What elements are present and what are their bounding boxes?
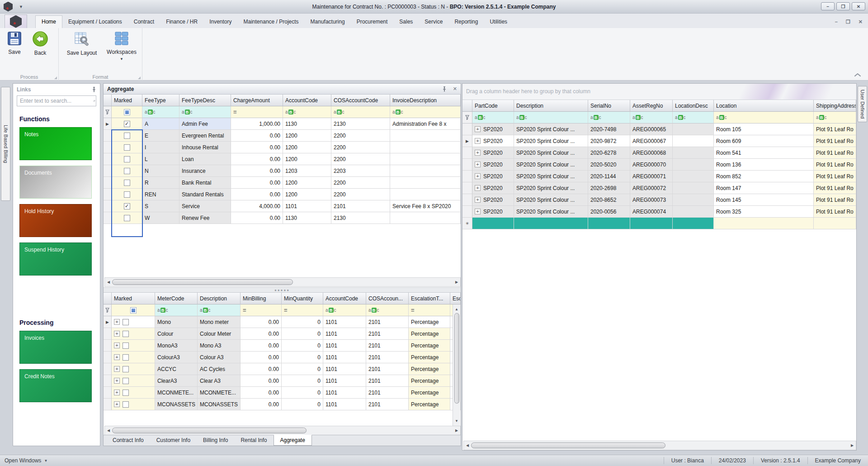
cosaccountcode-cell[interactable]: 2101 xyxy=(366,316,409,328)
application-menu-button[interactable] xyxy=(5,14,27,28)
expand-icon[interactable]: + xyxy=(114,331,120,337)
partcode-cell[interactable]: +SP2020 xyxy=(472,171,514,182)
tab-aggregate[interactable]: Aggregate xyxy=(274,435,312,446)
filter-cell[interactable]: aBc xyxy=(179,106,231,118)
group-dialog-launcher-icon[interactable] xyxy=(138,76,141,79)
shippingaddress-cell[interactable]: Plot 91 Leaf Ro xyxy=(814,147,856,159)
feetypedesc-cell[interactable]: Standard Rentals xyxy=(179,189,231,200)
ribbon-tab-maintenance---projects[interactable]: Maintenance / Projects xyxy=(238,16,305,28)
chargeamount-cell[interactable]: 0.00 xyxy=(231,212,283,224)
meter-row[interactable]: +ClearA3Clear A30.00011012101Percentage xyxy=(104,375,461,387)
location-cell[interactable]: Room 325 xyxy=(714,206,814,218)
meter-row[interactable]: +ColourA3Colour A30.00011012101Percentag… xyxy=(104,352,461,363)
expand-icon[interactable]: + xyxy=(475,126,481,132)
filter-cell[interactable]: = xyxy=(282,304,323,316)
tab-billing-info[interactable]: Billing Info xyxy=(197,435,234,446)
escalationtype-cell[interactable]: Percentage xyxy=(409,340,450,352)
shippingaddress-cell[interactable]: Plot 91 Leaf Ro xyxy=(814,206,856,218)
filter-cell[interactable] xyxy=(112,106,142,118)
serialno-cell[interactable]: 2020-0056 xyxy=(588,206,630,218)
column-header-serialno[interactable]: SerialNo xyxy=(588,100,630,112)
location-cell[interactable]: Room 609 xyxy=(714,135,814,147)
description-cell[interactable]: SP2020 Sprint Colour ... xyxy=(514,159,588,171)
equipment-row[interactable]: +SP2020SP2020 Sprint Colour ...2020-7498… xyxy=(462,124,856,135)
marked-cell[interactable]: + xyxy=(112,328,155,340)
expand-icon[interactable]: + xyxy=(114,319,120,325)
filter-cell[interactable]: aBc xyxy=(155,304,198,316)
feetype-cell[interactable]: S xyxy=(142,200,179,212)
column-header-minbilling[interactable]: MinBilling xyxy=(241,293,282,304)
accountcode-cell[interactable]: 1200 xyxy=(283,189,331,200)
partcode-cell[interactable]: +SP2020 xyxy=(472,194,514,206)
filter-cell[interactable]: aBc xyxy=(198,304,241,316)
serialno-cell[interactable]: 2020-9872 xyxy=(588,135,630,147)
metercode-cell[interactable]: MonoA3 xyxy=(155,340,198,352)
escalationtype-cell[interactable]: Percentage xyxy=(409,363,450,375)
equipment-grid-hscrollbar[interactable]: ◀ ▶ xyxy=(463,441,856,450)
chargeamount-cell[interactable]: 0.00 xyxy=(231,153,283,165)
shippingaddress-cell[interactable]: Plot 91 Leaf Ro xyxy=(814,124,856,135)
meter-row[interactable]: ▶+MonoMono meter0.00011012101Percentage xyxy=(104,316,461,328)
chargeamount-cell[interactable]: 0.00 xyxy=(231,130,283,142)
accountcode-cell[interactable]: 1101 xyxy=(323,352,366,363)
filter-cell[interactable]: = xyxy=(231,106,283,118)
scrollbar-thumb[interactable] xyxy=(471,442,665,448)
shippingaddress-cell[interactable]: Plot 91 Leaf Ro xyxy=(814,171,856,182)
minbilling-cell[interactable]: 0.00 xyxy=(241,363,282,375)
escalationtype-cell[interactable]: Percentage xyxy=(409,352,450,363)
tab-rental-info[interactable]: Rental Info xyxy=(234,435,273,446)
locationdesc-cell[interactable] xyxy=(673,147,714,159)
filter-cell[interactable]: aBc xyxy=(283,106,331,118)
feetypedesc-cell[interactable]: Loan xyxy=(179,153,231,165)
invoicedescription-cell[interactable] xyxy=(390,153,461,165)
scrollbar-thumb[interactable] xyxy=(454,313,459,404)
feetypedesc-cell[interactable]: Inhouse Rental xyxy=(179,142,231,153)
filter-cell[interactable]: aBc xyxy=(390,106,461,118)
equipment-row[interactable]: +SP2020SP2020 Sprint Colour ...2020-6278… xyxy=(462,147,856,159)
partcode-cell[interactable]: +SP2020 xyxy=(472,147,514,159)
feetype-cell[interactable]: N xyxy=(142,165,179,177)
minquantity-cell[interactable]: 0 xyxy=(282,328,323,340)
location-cell[interactable]: Room 136 xyxy=(714,159,814,171)
workspaces-button[interactable]: Workspaces ▼ xyxy=(102,31,141,61)
location-cell[interactable]: Room 147 xyxy=(714,182,814,194)
new-row-cell[interactable] xyxy=(588,218,630,229)
cosaccountcode-cell[interactable]: 2101 xyxy=(366,340,409,352)
checkbox[interactable] xyxy=(124,168,130,174)
assetregno-cell[interactable]: AREG000065 xyxy=(630,124,673,135)
meter-row[interactable]: +ACCYCAC Cycles0.00011012101Percentage xyxy=(104,363,461,375)
cosaccountcode-cell[interactable]: 2203 xyxy=(331,165,390,177)
escalationtype-cell[interactable]: Percentage xyxy=(409,387,450,399)
mdi-close-button[interactable]: ✕ xyxy=(859,19,863,25)
sidebar-item-hold-history[interactable]: Hold History xyxy=(19,204,92,237)
column-header-chargeamount[interactable]: ChargeAmount xyxy=(231,95,283,106)
description-cell[interactable]: Clear A3 xyxy=(198,375,241,387)
invoicedescription-cell[interactable] xyxy=(390,165,461,177)
description-cell[interactable]: SP2020 Sprint Colour ... xyxy=(514,171,588,182)
filter-cell[interactable]: = xyxy=(409,304,450,316)
expand-icon[interactable]: + xyxy=(114,366,120,372)
cosaccountcode-cell[interactable]: 2101 xyxy=(366,363,409,375)
feetypedesc-cell[interactable]: Service xyxy=(179,200,231,212)
column-header-shippingaddress[interactable]: ShippingAddress xyxy=(814,100,856,112)
cosaccountcode-cell[interactable]: 2200 xyxy=(331,153,390,165)
checkbox[interactable] xyxy=(123,390,129,396)
equipment-row[interactable]: +SP2020SP2020 Sprint Colour ...2020-0056… xyxy=(462,206,856,218)
marked-cell[interactable] xyxy=(112,212,142,224)
column-header-feetype[interactable]: FeeType xyxy=(142,95,179,106)
feetype-cell[interactable]: R xyxy=(142,177,179,189)
checkbox[interactable] xyxy=(124,191,130,198)
partcode-cell[interactable]: +SP2020 xyxy=(472,182,514,194)
marked-cell[interactable] xyxy=(112,189,142,200)
tab-user-defined[interactable]: User Defined xyxy=(858,86,867,122)
description-cell[interactable]: Mono meter xyxy=(198,316,241,328)
cosaccountcode-cell[interactable]: 2200 xyxy=(331,189,390,200)
scrollbar-thumb[interactable] xyxy=(112,279,293,285)
column-header-invoicedescription[interactable]: InvoiceDescription xyxy=(390,95,461,106)
fee-row[interactable]: LLoan0.0012002200 xyxy=(104,153,461,165)
grid-splitter[interactable]: ●●●●● xyxy=(104,287,461,293)
column-header-location[interactable]: Location xyxy=(714,100,814,112)
filter-cell[interactable]: aBc xyxy=(514,112,588,124)
partcode-cell[interactable]: +SP2020 xyxy=(472,159,514,171)
checkbox[interactable] xyxy=(123,366,129,372)
